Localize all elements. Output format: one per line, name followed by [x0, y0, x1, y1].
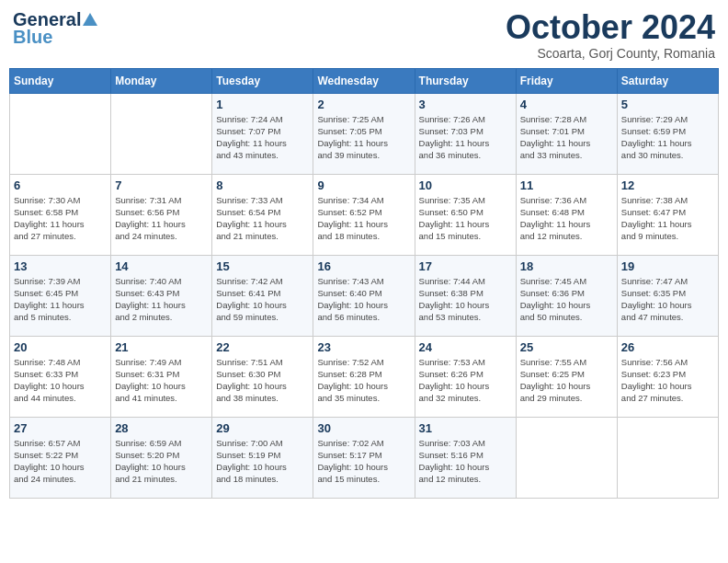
svg-marker-0	[83, 13, 97, 26]
week-row-3: 13Sunrise: 7:39 AM Sunset: 6:45 PM Dayli…	[10, 255, 719, 336]
day-number: 27	[14, 421, 107, 435]
title-section: October 2024 Scoarta, Gorj County, Roman…	[506, 9, 715, 61]
day-info: Sunrise: 7:55 AM Sunset: 6:25 PM Dayligh…	[520, 356, 613, 405]
day-number: 29	[216, 421, 309, 435]
day-cell	[111, 93, 212, 174]
week-row-5: 27Sunrise: 6:57 AM Sunset: 5:22 PM Dayli…	[10, 417, 719, 498]
day-info: Sunrise: 7:44 AM Sunset: 6:38 PM Dayligh…	[419, 275, 512, 324]
logo-blue: Blue	[13, 27, 52, 48]
day-info: Sunrise: 7:33 AM Sunset: 6:54 PM Dayligh…	[216, 194, 309, 243]
day-number: 5	[621, 98, 714, 111]
day-info: Sunrise: 7:48 AM Sunset: 6:33 PM Dayligh…	[14, 356, 107, 405]
day-number: 23	[317, 340, 410, 354]
day-cell: 1Sunrise: 7:24 AM Sunset: 7:07 PM Daylig…	[212, 93, 313, 174]
day-number: 8	[216, 178, 309, 192]
day-cell: 3Sunrise: 7:26 AM Sunset: 7:03 PM Daylig…	[415, 93, 516, 174]
day-number: 1	[216, 98, 309, 111]
day-number: 24	[419, 340, 512, 354]
column-header-friday: Friday	[516, 68, 617, 93]
day-cell: 14Sunrise: 7:40 AM Sunset: 6:43 PM Dayli…	[111, 255, 212, 336]
day-cell: 22Sunrise: 7:51 AM Sunset: 6:30 PM Dayli…	[212, 336, 313, 417]
day-cell: 27Sunrise: 6:57 AM Sunset: 5:22 PM Dayli…	[10, 417, 111, 498]
header-row: SundayMondayTuesdayWednesdayThursdayFrid…	[10, 68, 719, 93]
calendar-table: SundayMondayTuesdayWednesdayThursdayFrid…	[9, 68, 719, 499]
column-header-sunday: Sunday	[10, 68, 111, 93]
day-cell: 18Sunrise: 7:45 AM Sunset: 6:36 PM Dayli…	[516, 255, 617, 336]
day-number: 30	[317, 421, 410, 435]
day-info: Sunrise: 7:26 AM Sunset: 7:03 PM Dayligh…	[419, 113, 512, 162]
day-cell: 7Sunrise: 7:31 AM Sunset: 6:56 PM Daylig…	[111, 174, 212, 255]
day-cell: 5Sunrise: 7:29 AM Sunset: 6:59 PM Daylig…	[617, 93, 718, 174]
week-row-4: 20Sunrise: 7:48 AM Sunset: 6:33 PM Dayli…	[10, 336, 719, 417]
location-subtitle: Scoarta, Gorj County, Romania	[506, 46, 715, 61]
day-number: 21	[115, 340, 208, 354]
day-cell: 13Sunrise: 7:39 AM Sunset: 6:45 PM Dayli…	[10, 255, 111, 336]
day-cell: 29Sunrise: 7:00 AM Sunset: 5:19 PM Dayli…	[212, 417, 313, 498]
day-number: 16	[317, 259, 410, 273]
day-info: Sunrise: 7:36 AM Sunset: 6:48 PM Dayligh…	[520, 194, 613, 243]
day-info: Sunrise: 7:45 AM Sunset: 6:36 PM Dayligh…	[520, 275, 613, 324]
day-number: 15	[216, 259, 309, 273]
column-header-saturday: Saturday	[617, 68, 718, 93]
day-number: 31	[419, 421, 512, 435]
day-cell: 4Sunrise: 7:28 AM Sunset: 7:01 PM Daylig…	[516, 93, 617, 174]
day-info: Sunrise: 7:43 AM Sunset: 6:40 PM Dayligh…	[317, 275, 410, 324]
day-cell: 31Sunrise: 7:03 AM Sunset: 5:16 PM Dayli…	[415, 417, 516, 498]
day-cell	[617, 417, 718, 498]
day-cell: 20Sunrise: 7:48 AM Sunset: 6:33 PM Dayli…	[10, 336, 111, 417]
day-info: Sunrise: 7:24 AM Sunset: 7:07 PM Dayligh…	[216, 113, 309, 162]
week-row-2: 6Sunrise: 7:30 AM Sunset: 6:58 PM Daylig…	[10, 174, 719, 255]
day-number: 10	[419, 178, 512, 192]
day-info: Sunrise: 7:30 AM Sunset: 6:58 PM Dayligh…	[14, 194, 107, 243]
week-row-1: 1Sunrise: 7:24 AM Sunset: 7:07 PM Daylig…	[10, 93, 719, 174]
day-info: Sunrise: 7:02 AM Sunset: 5:17 PM Dayligh…	[317, 437, 410, 486]
day-number: 11	[520, 178, 613, 192]
day-info: Sunrise: 7:31 AM Sunset: 6:56 PM Dayligh…	[115, 194, 208, 243]
day-info: Sunrise: 7:35 AM Sunset: 6:50 PM Dayligh…	[419, 194, 512, 243]
day-cell	[516, 417, 617, 498]
day-info: Sunrise: 7:53 AM Sunset: 6:26 PM Dayligh…	[419, 356, 512, 405]
day-number: 4	[520, 98, 613, 111]
day-number: 14	[115, 259, 208, 273]
column-header-wednesday: Wednesday	[313, 68, 415, 93]
day-info: Sunrise: 7:25 AM Sunset: 7:05 PM Dayligh…	[317, 113, 410, 162]
day-info: Sunrise: 7:38 AM Sunset: 6:47 PM Dayligh…	[621, 194, 714, 243]
day-cell: 10Sunrise: 7:35 AM Sunset: 6:50 PM Dayli…	[415, 174, 516, 255]
column-header-monday: Monday	[111, 68, 212, 93]
day-cell: 17Sunrise: 7:44 AM Sunset: 6:38 PM Dayli…	[415, 255, 516, 336]
day-cell: 26Sunrise: 7:56 AM Sunset: 6:23 PM Dayli…	[617, 336, 718, 417]
day-cell: 16Sunrise: 7:43 AM Sunset: 6:40 PM Dayli…	[313, 255, 415, 336]
day-number: 12	[621, 178, 714, 192]
day-number: 19	[621, 259, 714, 273]
day-info: Sunrise: 7:39 AM Sunset: 6:45 PM Dayligh…	[14, 275, 107, 324]
day-cell: 23Sunrise: 7:52 AM Sunset: 6:28 PM Dayli…	[313, 336, 415, 417]
day-number: 28	[115, 421, 208, 435]
page-header: General Blue October 2024 Scoarta, Gorj …	[9, 9, 719, 61]
day-cell: 28Sunrise: 6:59 AM Sunset: 5:20 PM Dayli…	[111, 417, 212, 498]
day-info: Sunrise: 7:56 AM Sunset: 6:23 PM Dayligh…	[621, 356, 714, 405]
day-cell: 19Sunrise: 7:47 AM Sunset: 6:35 PM Dayli…	[617, 255, 718, 336]
day-info: Sunrise: 6:59 AM Sunset: 5:20 PM Dayligh…	[115, 437, 208, 486]
day-info: Sunrise: 6:57 AM Sunset: 5:22 PM Dayligh…	[14, 437, 107, 486]
day-cell: 2Sunrise: 7:25 AM Sunset: 7:05 PM Daylig…	[313, 93, 415, 174]
day-cell: 25Sunrise: 7:55 AM Sunset: 6:25 PM Dayli…	[516, 336, 617, 417]
day-number: 25	[520, 340, 613, 354]
day-cell: 9Sunrise: 7:34 AM Sunset: 6:52 PM Daylig…	[313, 174, 415, 255]
day-cell: 8Sunrise: 7:33 AM Sunset: 6:54 PM Daylig…	[212, 174, 313, 255]
month-title: October 2024	[506, 9, 715, 46]
day-info: Sunrise: 7:29 AM Sunset: 6:59 PM Dayligh…	[621, 113, 714, 162]
logo: General Blue	[13, 9, 99, 48]
column-header-tuesday: Tuesday	[212, 68, 313, 93]
day-info: Sunrise: 7:42 AM Sunset: 6:41 PM Dayligh…	[216, 275, 309, 324]
day-info: Sunrise: 7:49 AM Sunset: 6:31 PM Dayligh…	[115, 356, 208, 405]
day-info: Sunrise: 7:03 AM Sunset: 5:16 PM Dayligh…	[419, 437, 512, 486]
day-info: Sunrise: 7:40 AM Sunset: 6:43 PM Dayligh…	[115, 275, 208, 324]
day-cell	[10, 93, 111, 174]
day-info: Sunrise: 7:47 AM Sunset: 6:35 PM Dayligh…	[621, 275, 714, 324]
day-number: 17	[419, 259, 512, 273]
day-info: Sunrise: 7:00 AM Sunset: 5:19 PM Dayligh…	[216, 437, 309, 486]
day-number: 22	[216, 340, 309, 354]
day-number: 20	[14, 340, 107, 354]
logo-icon	[81, 11, 99, 29]
day-number: 18	[520, 259, 613, 273]
